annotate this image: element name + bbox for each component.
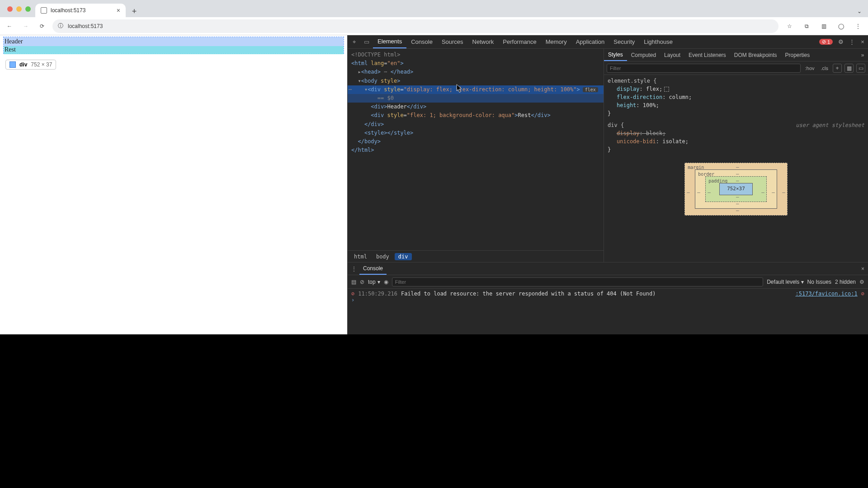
drawer-tab-console[interactable]: Console: [359, 263, 387, 275]
console-prompt-icon[interactable]: ›: [351, 297, 354, 303]
box-model[interactable]: margin –– –– border –– –– padding –– ––: [608, 163, 864, 216]
device-toolbar-icon[interactable]: ▭: [360, 38, 373, 45]
issues-label[interactable]: No Issues: [807, 279, 831, 285]
error-count-badge[interactable]: ⊘ 1: [819, 39, 833, 45]
new-tab-button[interactable]: +: [128, 5, 140, 17]
div-rule-selector[interactable]: div {: [608, 122, 624, 128]
close-window-icon[interactable]: [7, 6, 13, 12]
devtools-tabs: ⌖ ▭ Elements Console Sources Network Per…: [348, 35, 868, 49]
styles-view1-icon[interactable]: ▦: [844, 64, 854, 73]
log-levels-select[interactable]: Default levels ▾: [767, 279, 803, 285]
bookmark-icon[interactable]: ☆: [783, 20, 796, 33]
tab-network[interactable]: Network: [468, 35, 499, 48]
browser-tabstrip: localhost:5173 × + ⌄: [0, 0, 868, 17]
styles-filter-input[interactable]: [607, 64, 801, 73]
profile-icon[interactable]: ◯: [835, 20, 847, 33]
rest-row: [4, 46, 344, 54]
tab-elements[interactable]: Elements: [373, 35, 406, 48]
close-drawer-icon[interactable]: ×: [861, 266, 864, 272]
dom-breakpoints-tab[interactable]: DOM Breakpoints: [730, 49, 781, 61]
properties-tab[interactable]: Properties: [781, 49, 814, 61]
site-info-icon[interactable]: ⓘ: [58, 22, 63, 30]
window-controls: [3, 6, 35, 17]
error-icon: ⊘: [351, 291, 354, 297]
context-select[interactable]: top ▾: [368, 279, 380, 285]
tab-performance[interactable]: Performance: [498, 35, 541, 48]
breadcrumb-html[interactable]: html: [350, 253, 371, 260]
page-viewport: Header Rest div 752 × 37: [0, 35, 347, 334]
close-tab-icon[interactable]: ×: [117, 7, 120, 14]
tooltip-dimensions: 752 × 37: [31, 61, 52, 68]
console-log-line[interactable]: ⊘ 11:50:29.216 Failed to load resource: …: [351, 291, 864, 297]
user-agent-label: user agent stylesheet: [796, 121, 864, 129]
settings-icon[interactable]: ⚙: [835, 38, 846, 45]
close-devtools-icon[interactable]: ×: [857, 38, 868, 45]
tooltip-swatch-icon: [9, 61, 16, 68]
breadcrumb-div[interactable]: div: [395, 253, 412, 260]
bottom-letterbox: [0, 334, 868, 488]
dom-breadcrumbs: html body div: [348, 250, 604, 262]
styles-pane: Styles Computed Layout Event Listeners D…: [604, 49, 868, 262]
error-badge-icon: ⊘: [861, 291, 864, 297]
cls-toggle[interactable]: .cls: [819, 66, 830, 71]
maximize-window-icon[interactable]: [25, 6, 31, 12]
page-header-text: Header: [5, 38, 23, 45]
styles-view2-icon[interactable]: ▭: [856, 64, 865, 73]
computed-tab[interactable]: Computed: [627, 49, 660, 61]
inspect-icon[interactable]: ⌖: [348, 38, 360, 46]
inspect-tooltip: div 752 × 37: [5, 60, 56, 70]
tab-console[interactable]: Console: [406, 35, 437, 48]
event-listeners-tab[interactable]: Event Listeners: [684, 49, 730, 61]
favicon-icon: [41, 7, 47, 14]
element-style-selector[interactable]: element.style {: [608, 78, 656, 84]
tooltip-tagname: div: [19, 61, 27, 68]
live-expression-icon[interactable]: ◉: [384, 279, 388, 285]
new-style-rule-icon[interactable]: +: [833, 64, 842, 73]
url-text: localhost:5173: [68, 23, 103, 29]
styles-tab[interactable]: Styles: [604, 49, 627, 61]
tabs-dropdown-icon[interactable]: ⌄: [854, 5, 865, 17]
tab-title: localhost:5173: [51, 7, 85, 14]
tab-security[interactable]: Security: [609, 35, 639, 48]
flex-editor-icon[interactable]: [664, 87, 669, 92]
minimize-window-icon[interactable]: [16, 6, 22, 12]
browser-toolbar: ← → ⟳ ⓘ localhost:5173 ☆ ⧉ ▥ ◯ ⋮: [0, 17, 868, 35]
dom-tree[interactable]: <!DOCTYPE html> <html lang="en"> ▸<head>…: [348, 49, 604, 250]
page-rest-text: Rest: [5, 46, 16, 53]
log-source-link[interactable]: :5173/favicon.ico:1: [795, 291, 857, 297]
more-icon[interactable]: ⋮: [846, 38, 857, 45]
tab-memory[interactable]: Memory: [541, 35, 571, 48]
console-drawer: ⋮ Console × ▤ ⊘ top ▾ ◉ Default levels ▾…: [348, 262, 868, 334]
breadcrumb-body[interactable]: body: [373, 253, 393, 260]
extensions-icon[interactable]: ⧉: [800, 20, 813, 33]
reload-button[interactable]: ⟳: [36, 20, 48, 32]
console-sidebar-icon[interactable]: ▤: [351, 279, 356, 285]
browser-tab[interactable]: localhost:5173 ×: [35, 4, 126, 17]
devtools-panel: ⌖ ▭ Elements Console Sources Network Per…: [347, 35, 868, 334]
console-settings-icon[interactable]: ⚙: [859, 279, 864, 285]
log-message: Failed to load resource: the server resp…: [401, 291, 656, 297]
tab-lighthouse[interactable]: Lighthouse: [639, 35, 677, 48]
forward-button[interactable]: →: [20, 20, 32, 32]
side-panel-icon[interactable]: ▥: [817, 20, 830, 33]
menu-icon[interactable]: ⋮: [852, 20, 864, 33]
hidden-count[interactable]: 2 hidden: [835, 279, 856, 285]
tab-sources[interactable]: Sources: [437, 35, 468, 48]
layout-tab[interactable]: Layout: [660, 49, 684, 61]
console-filter-input[interactable]: [392, 277, 764, 286]
clear-console-icon[interactable]: ⊘: [360, 279, 364, 285]
back-button[interactable]: ←: [4, 20, 15, 32]
selected-dom-node[interactable]: ⋯ ▾<div style="display: flex; flex-direc…: [348, 85, 604, 94]
styles-more-icon[interactable]: »: [857, 52, 868, 58]
tab-application[interactable]: Application: [571, 35, 609, 48]
hov-toggle[interactable]: :hov: [803, 66, 816, 71]
log-timestamp: 11:50:29.216: [358, 291, 397, 297]
address-bar[interactable]: ⓘ localhost:5173: [52, 19, 778, 33]
